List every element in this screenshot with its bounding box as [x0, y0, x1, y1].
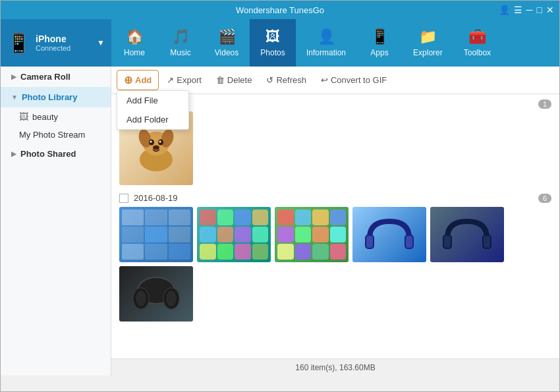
svg-point-7 [159, 141, 161, 143]
window-controls: 👤 ☰ ─ □ ✕ [499, 5, 554, 15]
svg-point-8 [153, 146, 159, 150]
device-info: iPhone Connected [36, 34, 92, 52]
tab-photos[interactable]: 🖼 Photos [250, 19, 296, 67]
information-icon: 👤 [318, 28, 335, 45]
group2-left: 2016-08-19 [119, 193, 178, 203]
headphone1-illustration [360, 211, 419, 258]
convert-icon: ↩ [321, 75, 328, 85]
explorer-icon: 📁 [419, 28, 437, 45]
tab-music-label: Music [170, 48, 190, 57]
convert-label: Convert to GIF [331, 75, 387, 85]
refresh-icon: ↺ [266, 75, 273, 85]
tab-toolbox-label: Toolbox [464, 48, 491, 57]
group2-photo-grid-row2 [119, 266, 551, 322]
beauty-label: beauty [32, 112, 58, 122]
title-bar: Wondershare TunesGo 👤 ☰ ─ □ ✕ [1, 1, 559, 19]
photo-thumb-headphone1[interactable] [352, 207, 426, 262]
svg-point-21 [166, 291, 177, 306]
sidebar: ▶ Camera Roll ▼ Photo Library 🖼 beauty M… [1, 67, 111, 376]
add-dropdown-menu: Add File Add Folder [117, 90, 189, 130]
photo-library-label: Photo Library [22, 92, 78, 102]
photo-shared-label: Photo Shared [20, 149, 76, 159]
photo-thumb-screenshot3[interactable] [275, 207, 349, 262]
photo-thumb-screenshot2[interactable] [197, 207, 271, 262]
delete-label: Delete [227, 75, 252, 85]
group2-date: 2016-08-19 [134, 193, 178, 203]
refresh-button[interactable]: ↺ Refresh [260, 72, 313, 88]
tab-apps[interactable]: 📱 Apps [356, 19, 403, 67]
device-icon: 📱 [7, 32, 30, 54]
sidebar-item-camera-roll[interactable]: ▶ Camera Roll [1, 67, 111, 87]
tab-information[interactable]: 👤 Information [296, 19, 356, 67]
videos-icon: 🎬 [218, 28, 236, 45]
device-dropdown-arrow[interactable]: ▼ [97, 38, 105, 47]
music-icon: 🎵 [172, 28, 190, 45]
sidebar-item-photo-shared[interactable]: ▶ Photo Shared [1, 144, 111, 164]
photos-scroll-area[interactable]: 1 [111, 94, 559, 358]
camera-roll-label: Camera Roll [20, 72, 70, 82]
device-panel: 📱 iPhone Connected ▼ [1, 19, 111, 67]
tab-home-label: Home [124, 48, 145, 57]
refresh-label: Refresh [276, 75, 306, 85]
convert-to-gif-button[interactable]: ↩ Convert to GIF [314, 72, 393, 88]
sidebar-item-beauty[interactable]: 🖼 beauty [1, 107, 111, 126]
photos-icon: 🖼 [266, 28, 280, 45]
add-plus-icon: ⊕ [124, 74, 132, 86]
svg-point-20 [136, 291, 146, 306]
add-button[interactable]: ⊕ Add [117, 70, 159, 90]
device-status: Connected [36, 44, 92, 52]
add-label: Add [135, 75, 152, 85]
photo-thumb-screenshot1[interactable] [119, 207, 193, 262]
tab-videos[interactable]: 🎬 Videos [204, 19, 250, 67]
status-bar: 160 item(s), 163.60MB [111, 358, 559, 376]
group2-checkbox[interactable] [119, 194, 128, 203]
add-folder-item[interactable]: Add Folder [117, 110, 188, 129]
headphone3-illustration [126, 271, 186, 317]
group2-photo-grid [119, 207, 551, 262]
apps-icon: 📱 [371, 28, 389, 45]
svg-rect-12 [406, 236, 412, 248]
maximize-icon[interactable]: □ [537, 5, 542, 15]
photo-album-icon: 🖼 [19, 111, 28, 122]
tab-toolbox[interactable]: 🧰 Toolbox [453, 19, 501, 67]
group2-count-badge: 6 [538, 194, 551, 203]
tab-apps-label: Apps [370, 48, 388, 57]
close-icon[interactable]: ✕ [546, 5, 554, 15]
svg-rect-15 [444, 236, 451, 248]
svg-rect-16 [484, 236, 490, 248]
export-icon: ↗ [167, 75, 174, 85]
delete-button[interactable]: 🗑 Delete [210, 72, 259, 88]
status-text: 160 item(s), 163.60MB [295, 363, 375, 372]
tab-information-label: Information [306, 48, 346, 57]
photo-shared-arrow: ▶ [11, 150, 16, 157]
tab-home[interactable]: 🏠 Home [111, 19, 157, 67]
nav-tabs: 🏠 Home 🎵 Music 🎬 Videos 🖼 Photos 👤 Infor… [111, 19, 559, 67]
sidebar-item-my-photo-stream[interactable]: My Photo Stream [1, 126, 111, 144]
tab-explorer[interactable]: 📁 Explorer [403, 19, 453, 67]
delete-icon: 🗑 [216, 75, 225, 85]
sidebar-item-photo-library[interactable]: ▼ Photo Library [1, 87, 111, 107]
group2-header: 2016-08-19 6 [119, 193, 551, 203]
export-button[interactable]: ↗ Export [160, 72, 208, 88]
nav-bar: 📱 iPhone Connected ▼ 🏠 Home 🎵 Music 🎬 Vi… [1, 19, 559, 67]
user-icon[interactable]: 👤 [499, 5, 510, 15]
main-layout: ▶ Camera Roll ▼ Photo Library 🖼 beauty M… [1, 67, 559, 376]
headphone2-illustration [437, 211, 497, 258]
home-icon: 🏠 [126, 28, 144, 45]
add-file-item[interactable]: Add File [117, 91, 188, 110]
toolbox-icon: 🧰 [468, 28, 486, 45]
photo-group-2: 2016-08-19 6 [119, 193, 551, 322]
toolbar: ⊕ Add ↗ Export 🗑 Delete ↺ Refresh ↩ Conv… [111, 67, 559, 94]
minimize-icon[interactable]: ─ [526, 5, 533, 15]
menu-icon[interactable]: ☰ [514, 5, 522, 15]
tab-photos-label: Photos [260, 48, 285, 57]
tab-music[interactable]: 🎵 Music [157, 19, 204, 67]
group1-count-badge: 1 [538, 99, 551, 109]
device-name: iPhone [36, 34, 92, 44]
my-photo-stream-label: My Photo Stream [19, 130, 85, 140]
svg-point-6 [150, 141, 152, 143]
photo-thumb-headphone2[interactable] [430, 207, 504, 262]
svg-rect-11 [366, 236, 373, 248]
app-title: Wondershare TunesGo [236, 5, 324, 15]
photo-thumb-headphone3[interactable] [119, 266, 193, 322]
